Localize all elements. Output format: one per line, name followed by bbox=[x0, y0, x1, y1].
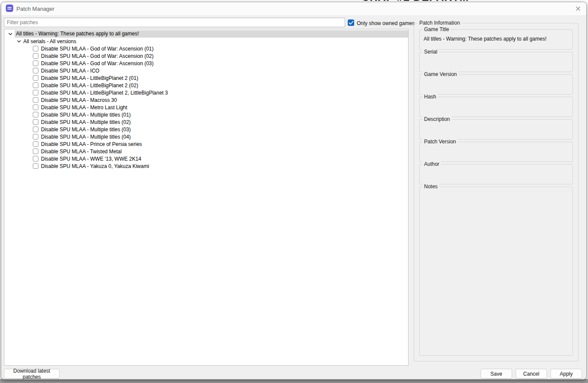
patch-row[interactable]: Disable SPU MLAA - Prince of Persia seri… bbox=[4, 140, 408, 148]
tree-group-label[interactable]: All serials - All versions bbox=[23, 38, 76, 44]
patch-tree[interactable]: All titles - Warning: These patches appl… bbox=[4, 29, 409, 366]
field-author: Author bbox=[419, 164, 573, 184]
patch-row[interactable]: Disable SPU MLAA - ICO bbox=[4, 67, 408, 74]
field-game-title: Game Title All titles - Warning: These p… bbox=[419, 29, 573, 50]
patch-row[interactable]: Disable SPU MLAA - God of War: Ascension… bbox=[4, 52, 408, 60]
patch-label[interactable]: Disable SPU MLAA - Metro Last Light bbox=[41, 104, 127, 111]
field-serial: Serial bbox=[419, 52, 573, 72]
patch-checkbox[interactable] bbox=[33, 82, 38, 88]
apply-button[interactable]: Apply bbox=[550, 369, 582, 379]
background-window-strip bbox=[0, 379, 588, 383]
patch-label[interactable]: Disable SPU MLAA - Prince of Persia seri… bbox=[41, 141, 142, 147]
tree-group-row[interactable]: All serials - All versions bbox=[4, 38, 408, 45]
patch-checkbox[interactable] bbox=[33, 46, 38, 51]
patch-label[interactable]: Disable SPU MLAA - WWE '13, WWE 2K14 bbox=[41, 156, 141, 162]
field-label: Game Title bbox=[422, 26, 451, 32]
patch-row[interactable]: Disable SPU MLAA - Macross 30 bbox=[4, 96, 408, 104]
patch-label[interactable]: Disable SPU MLAA - God of War: Ascension… bbox=[41, 60, 154, 66]
patch-row[interactable]: Disable SPU MLAA - Multiple titles (04) bbox=[4, 133, 408, 140]
window-title: Patch Manager bbox=[16, 6, 54, 12]
field-hash: Hash bbox=[419, 97, 573, 117]
tree-root-label[interactable]: All titles - Warning: These patches appl… bbox=[15, 30, 408, 38]
patch-checkbox[interactable] bbox=[33, 104, 38, 110]
chevron-down-icon[interactable] bbox=[8, 32, 13, 37]
field-label: Author bbox=[422, 161, 441, 167]
patch-label[interactable]: Disable SPU MLAA - God of War: Ascension… bbox=[41, 46, 154, 52]
patch-label[interactable]: Disable SPU MLAA - Multiple titles (02) bbox=[41, 119, 131, 125]
patch-checkbox[interactable] bbox=[33, 141, 38, 147]
field-patch-version: Patch Version bbox=[419, 142, 573, 162]
patch-label[interactable]: Disable SPU MLAA - LittleBigPlanet 2, Li… bbox=[41, 90, 168, 96]
field-description: Description bbox=[419, 119, 573, 139]
patch-row[interactable]: Disable SPU MLAA - LittleBigPlanet 2 (01… bbox=[4, 74, 408, 82]
patch-checkbox[interactable] bbox=[33, 75, 38, 81]
patch-row[interactable]: Disable SPU MLAA - Multiple titles (01) bbox=[4, 111, 408, 118]
patch-checkbox[interactable] bbox=[33, 134, 38, 139]
only-show-owned-label: Only show owned games bbox=[357, 20, 415, 26]
patch-checkbox[interactable] bbox=[33, 127, 38, 132]
field-label: Hash bbox=[422, 94, 438, 100]
chevron-down-icon[interactable] bbox=[16, 39, 22, 44]
field-label: Serial bbox=[422, 49, 439, 55]
tree-items: Disable SPU MLAA - God of War: Ascension… bbox=[4, 45, 408, 170]
patch-row[interactable]: Disable SPU MLAA - Metro Last Light bbox=[4, 104, 408, 111]
patch-checkbox[interactable] bbox=[33, 112, 38, 117]
patch-checkbox[interactable] bbox=[33, 60, 38, 66]
patch-checkbox[interactable] bbox=[33, 68, 38, 73]
patch-row[interactable]: Disable SPU MLAA - God of War: Ascension… bbox=[4, 45, 408, 52]
patch-label[interactable]: Disable SPU MLAA - God of War: Ascension… bbox=[41, 53, 154, 59]
patch-checkbox[interactable] bbox=[33, 90, 38, 95]
patch-information-group: Patch Information Game Title All titles … bbox=[414, 23, 579, 361]
patch-row[interactable]: Disable SPU MLAA - Twisted Metal bbox=[4, 148, 408, 155]
filter-patches-input[interactable] bbox=[4, 18, 345, 27]
patch-label[interactable]: Disable SPU MLAA - Multiple titles (03) bbox=[41, 127, 131, 133]
save-button[interactable]: Save bbox=[481, 369, 512, 379]
patch-row[interactable]: Disable SPU MLAA - LittleBigPlanet 2, Li… bbox=[4, 89, 408, 96]
patch-row[interactable]: Disable SPU MLAA - Multiple titles (03) bbox=[4, 126, 408, 133]
patch-manager-window: Patch Manager Only show owned games All … bbox=[1, 2, 587, 380]
patch-checkbox[interactable] bbox=[33, 156, 38, 161]
patch-checkbox[interactable] bbox=[33, 97, 38, 103]
patch-checkbox[interactable] bbox=[33, 163, 38, 169]
app-icon bbox=[6, 4, 13, 12]
only-show-owned-checkbox[interactable] bbox=[348, 19, 354, 26]
field-value: All titles - Warning: These patches appl… bbox=[424, 36, 569, 42]
tree-root-row[interactable]: All titles - Warning: These patches appl… bbox=[4, 30, 408, 38]
field-label: Notes bbox=[422, 184, 439, 190]
patch-information-title: Patch Information bbox=[418, 20, 462, 26]
patch-label[interactable]: Disable SPU MLAA - Multiple titles (04) bbox=[41, 134, 131, 140]
patch-label[interactable]: Disable SPU MLAA - LittleBigPlanet 2 (02… bbox=[41, 82, 138, 89]
patch-row[interactable]: Disable SPU MLAA - WWE '13, WWE 2K14 bbox=[4, 155, 408, 162]
checkmark-icon bbox=[349, 21, 354, 25]
patch-row[interactable]: Disable SPU MLAA - LittleBigPlanet 2 (02… bbox=[4, 82, 408, 89]
patch-label[interactable]: Disable SPU MLAA - Multiple titles (01) bbox=[41, 112, 131, 118]
close-icon[interactable] bbox=[572, 3, 584, 14]
field-game-version: Game Version bbox=[419, 74, 573, 95]
patch-label[interactable]: Disable SPU MLAA - ICO bbox=[41, 68, 99, 74]
patch-label[interactable]: Disable SPU MLAA - Yakuza 0, Yakuza Kiwa… bbox=[41, 163, 149, 169]
field-notes: Notes bbox=[419, 187, 573, 356]
download-latest-patches-button[interactable]: Download latest patches bbox=[4, 369, 60, 379]
cancel-button[interactable]: Cancel bbox=[516, 369, 547, 379]
titlebar: Patch Manager bbox=[1, 2, 586, 15]
patch-label[interactable]: Disable SPU MLAA - LittleBigPlanet 2 (01… bbox=[41, 75, 138, 81]
patch-checkbox[interactable] bbox=[33, 53, 38, 59]
patch-checkbox[interactable] bbox=[33, 119, 38, 125]
patch-row[interactable]: Disable SPU MLAA - God of War: Ascension… bbox=[4, 60, 408, 67]
field-label: Description bbox=[422, 116, 452, 122]
patch-label[interactable]: Disable SPU MLAA - Macross 30 bbox=[41, 97, 117, 103]
field-label: Game Version bbox=[422, 71, 459, 77]
patch-checkbox[interactable] bbox=[33, 149, 38, 154]
patch-label[interactable]: Disable SPU MLAA - Twisted Metal bbox=[41, 149, 122, 155]
field-label: Patch Version bbox=[422, 139, 458, 145]
patch-row[interactable]: Disable SPU MLAA - Multiple titles (02) bbox=[4, 118, 408, 126]
patch-row[interactable]: Disable SPU MLAA - Yakuza 0, Yakuza Kiwa… bbox=[4, 162, 408, 170]
